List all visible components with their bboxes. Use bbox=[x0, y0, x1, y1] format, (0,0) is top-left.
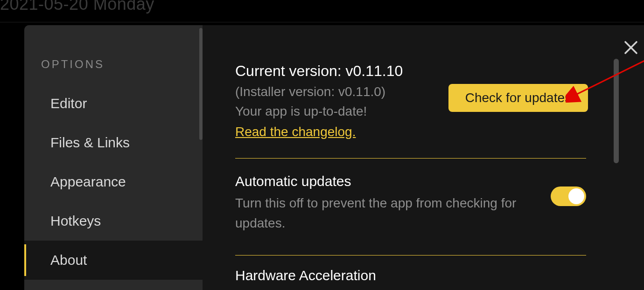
section-divider bbox=[235, 158, 586, 159]
sidebar-item-about[interactable]: About bbox=[24, 241, 203, 280]
sidebar-item-files-links[interactable]: Files & Links bbox=[24, 123, 203, 162]
automatic-updates-title: Automatic updates bbox=[235, 173, 532, 189]
hardware-acceleration-title: Hardware Acceleration bbox=[235, 268, 588, 283]
sidebar-item-label: Hotkeys bbox=[50, 213, 101, 229]
background-date-text: 2021-05-20 Monday bbox=[0, 0, 154, 14]
settings-content: Current version: v0.11.10 (Installer ver… bbox=[203, 25, 644, 290]
setting-text: Automatic updates Turn this off to preve… bbox=[235, 173, 532, 234]
sidebar-item-hotkeys[interactable]: Hotkeys bbox=[24, 201, 203, 241]
close-icon[interactable] bbox=[623, 39, 639, 56]
section-divider bbox=[235, 255, 586, 255]
sidebar-item-editor[interactable]: Editor bbox=[24, 84, 203, 123]
toggle-knob bbox=[568, 188, 584, 204]
settings-sidebar: OPTIONS Editor Files & Links Appearance … bbox=[24, 25, 203, 290]
automatic-updates-description: Turn this off to prevent the app from ch… bbox=[235, 193, 532, 234]
sidebar-item-label: Appearance bbox=[50, 174, 126, 190]
version-block: Current version: v0.11.10 (Installer ver… bbox=[235, 62, 437, 139]
active-indicator bbox=[24, 244, 26, 276]
settings-modal: OPTIONS Editor Files & Links Appearance … bbox=[24, 25, 644, 290]
installer-version-text: (Installer version: v0.11.0) bbox=[235, 84, 437, 99]
content-scrollbar[interactable] bbox=[614, 59, 619, 163]
uptodate-text: Your app is up-to-date! bbox=[235, 104, 437, 119]
sidebar-item-label: About bbox=[50, 252, 87, 268]
sidebar-item-appearance[interactable]: Appearance bbox=[24, 162, 203, 201]
current-version-text: Current version: v0.11.10 bbox=[235, 62, 437, 80]
sidebar-item-label: Files & Links bbox=[50, 135, 130, 151]
background-divider bbox=[0, 22, 644, 22]
automatic-updates-row: Automatic updates Turn this off to preve… bbox=[235, 173, 586, 234]
check-updates-button[interactable]: Check for updates bbox=[448, 84, 588, 112]
sidebar-item-label: Editor bbox=[50, 96, 87, 111]
automatic-updates-toggle[interactable] bbox=[551, 186, 586, 206]
sidebar-heading: OPTIONS bbox=[24, 58, 203, 84]
version-row: Current version: v0.11.10 (Installer ver… bbox=[235, 62, 588, 139]
changelog-link[interactable]: Read the changelog. bbox=[235, 124, 356, 139]
